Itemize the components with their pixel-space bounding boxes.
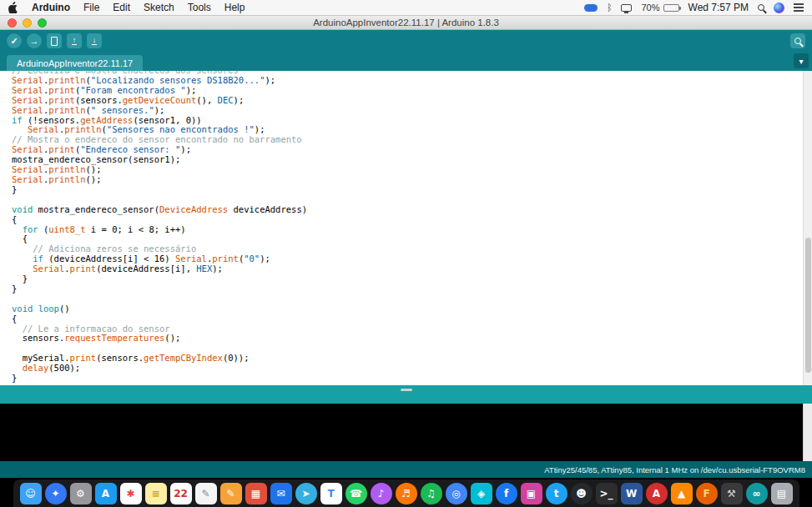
word-icon: W [626, 489, 637, 499]
dock-icon-notes[interactable]: ≡ [145, 483, 167, 504]
dock-icon-word[interactable]: W [621, 483, 643, 504]
open-sketch-button[interactable]: ↑ [67, 33, 82, 48]
dock: ☺✦⚙A✱≡22✎✎▦✉➤T☎♪♬♫◎◈f▣t☻>_WA▲F⚒∞▤ [13, 479, 799, 507]
instagram-icon: ▣ [527, 489, 536, 499]
code-line: } [12, 274, 812, 284]
dock-icon-system-preferences[interactable]: ⚙ [70, 483, 92, 504]
tab-sketch[interactable]: ArduinoAppInventor22.11.17 [7, 55, 143, 71]
menu-item-file[interactable]: File [83, 2, 99, 13]
siri-icon[interactable] [774, 3, 784, 13]
dock-icon-spotify[interactable]: ♫ [421, 483, 442, 504]
console-scrollbar[interactable] [803, 404, 812, 461]
dock-icon-github[interactable]: ☻ [571, 483, 593, 504]
tab-label: ArduinoAppInventor22.11.17 [17, 58, 133, 68]
chevron-down-icon: ▾ [799, 57, 803, 66]
status-bar [0, 385, 812, 404]
board-info-bar: ATtiny25/45/85, ATtiny85, Internal 1 MHz… [0, 461, 812, 478]
dock-icon-app-store[interactable]: A [95, 483, 117, 504]
code-line: void mostra_endereco_sensor(DeviceAddres… [12, 205, 812, 215]
menu-item-help[interactable]: Help [224, 2, 245, 13]
dock-icon-safari[interactable]: ✦ [45, 483, 67, 504]
close-window-button[interactable] [8, 18, 17, 28]
display-icon[interactable] [621, 4, 632, 12]
code-line: } [12, 284, 812, 294]
photos-icon: ✱ [126, 489, 134, 499]
dock-icon-arduino[interactable]: ∞ [746, 483, 768, 504]
dock-icon-keynote[interactable]: ▦ [245, 483, 267, 504]
dock-icon-mail[interactable]: ✉ [270, 483, 292, 504]
finder-icon: ☺ [25, 489, 36, 499]
menu-item-sketch[interactable]: Sketch [144, 2, 174, 13]
menu-item-tools[interactable]: Tools [188, 2, 211, 13]
battery-icon [663, 4, 679, 12]
dock-icon-trash[interactable]: ▤ [771, 483, 793, 504]
dock-icon-twitter[interactable]: t [546, 483, 567, 504]
save-arrow-icon: ↓ [92, 37, 98, 45]
save-sketch-button[interactable]: ↓ [87, 33, 102, 48]
dock-icon-textedit[interactable]: ✎ [195, 483, 217, 504]
dock-icon-utilities[interactable]: ⚒ [721, 483, 743, 504]
code-line: sensors.requestTemperatures(); [12, 334, 812, 344]
editor-scrollbar-thumb[interactable] [805, 238, 811, 373]
sketch-icon: ◈ [477, 489, 485, 499]
menu-clock[interactable]: Wed 7:57 PM [688, 2, 749, 13]
dock-icon-whatsapp[interactable]: ☎ [345, 483, 367, 504]
firefox-icon: F [703, 489, 709, 499]
spotlight-icon[interactable] [758, 4, 764, 11]
whatsapp-icon: ☎ [350, 489, 362, 499]
menu-bar-status-area: ᛒ 70% Wed 7:57 PM [584, 2, 804, 13]
dock-icon-itunes[interactable]: ♪ [371, 483, 392, 504]
dock-icon-chrome[interactable]: ◎ [446, 483, 467, 504]
minimize-window-button[interactable] [23, 18, 32, 28]
window-title-bar: ArduinoAppInventor22.11.17 | Arduino 1.8… [0, 16, 812, 30]
dock-icon-terminal[interactable]: >_ [596, 483, 618, 504]
dock-icon-facebook[interactable]: f [496, 483, 517, 504]
dock-icon-calendar[interactable]: 22 [170, 483, 192, 504]
tab-menu-button[interactable]: ▾ [794, 53, 809, 68]
screen: Arduino FileEditSketchToolsHelp ᛒ 70% We… [0, 0, 812, 507]
dock-icon-acrobat[interactable]: A [646, 483, 668, 504]
spotify-icon: ♫ [426, 489, 436, 499]
editor-scrollbar[interactable] [803, 71, 812, 385]
battery-status[interactable]: 70% [641, 3, 678, 13]
vlc-icon: ▲ [678, 489, 685, 499]
trash-icon: ▤ [777, 489, 786, 499]
menu-item-edit[interactable]: Edit [113, 2, 130, 13]
code-line: Serial.println(); [12, 165, 812, 175]
dock-icon-telegram[interactable]: ➤ [295, 483, 317, 504]
apple-menu-icon[interactable] [8, 2, 18, 13]
dock-icon-finder[interactable]: ☺ [20, 483, 42, 504]
verify-button[interactable]: ✓ [7, 33, 22, 48]
dock-icon-vlc[interactable]: ▲ [671, 483, 693, 504]
zoom-window-button[interactable] [38, 18, 47, 28]
window-title: ArduinoAppInventor22.11.17 | Arduino 1.8… [313, 18, 499, 28]
mail-icon: ✉ [276, 489, 285, 499]
soundcloud-icon: ♬ [401, 489, 411, 499]
serial-monitor-button[interactable] [790, 33, 805, 48]
notification-center-icon[interactable] [794, 3, 804, 12]
dock-icon-firefox[interactable]: F [696, 483, 718, 504]
menu-app-name[interactable]: Arduino [32, 2, 70, 13]
dock-icon-instagram[interactable]: ▣ [521, 483, 542, 504]
code-line: delay(500); [12, 364, 812, 374]
dock-icon-sketch[interactable]: ◈ [471, 483, 492, 504]
code-line: } [12, 185, 812, 195]
menu-items: FileEditSketchToolsHelp [83, 2, 245, 13]
arduino-icon: ∞ [753, 489, 761, 499]
mouse-battery-icon[interactable] [584, 4, 598, 12]
terminal-icon: >_ [599, 489, 613, 499]
dock-icon-photos[interactable]: ✱ [120, 483, 142, 504]
right-arrow-icon: → [30, 37, 39, 46]
dock-icon-pages[interactable]: ✎ [220, 483, 242, 504]
code-editor[interactable]: // Localiza e mostra enderecos dos senso… [0, 71, 812, 385]
keynote-icon: ▦ [251, 489, 260, 499]
notes-icon: ≡ [151, 489, 159, 499]
resize-grip[interactable] [401, 389, 412, 391]
new-sketch-button[interactable] [47, 33, 62, 48]
bluetooth-icon[interactable]: ᛒ [607, 3, 613, 13]
upload-button[interactable]: → [27, 33, 42, 48]
dock-icon-soundcloud[interactable]: ♬ [396, 483, 417, 504]
check-icon: ✓ [10, 37, 18, 46]
code-area: // Localiza e mostra enderecos dos senso… [0, 71, 812, 384]
dock-icon-translate[interactable]: T [320, 483, 342, 504]
